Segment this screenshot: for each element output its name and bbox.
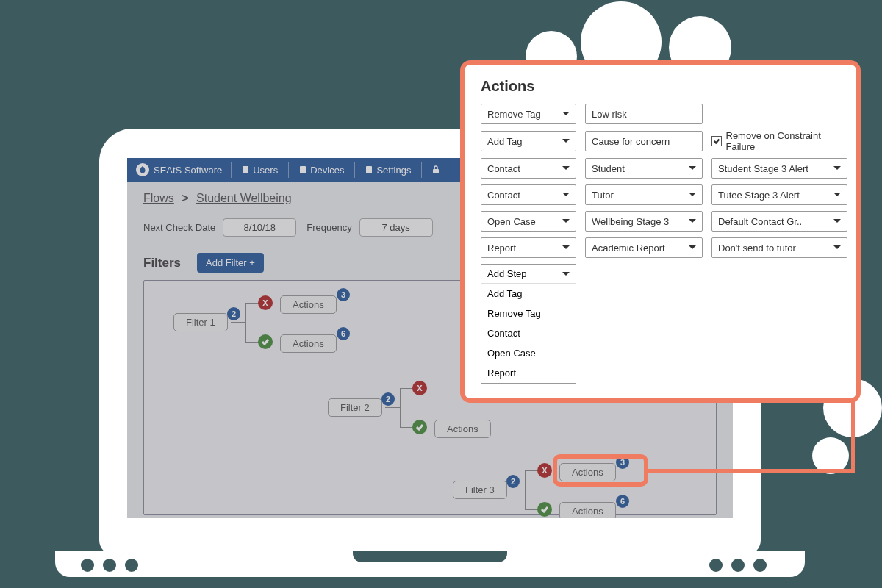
add-step-select[interactable]: Add Step — [481, 265, 576, 284]
actions-node[interactable]: Actions — [280, 295, 337, 314]
callout-connector — [648, 469, 854, 473]
remove-on-failure-checkbox[interactable]: Remove on Constraint Failure — [711, 130, 847, 152]
svg-rect-3 — [433, 169, 439, 173]
actions-popover: Actions Remove Tag Low risk Add Tag Caus… — [460, 60, 861, 403]
action-target-select[interactable]: Academic Report — [585, 237, 703, 258]
devices-icon — [299, 165, 306, 174]
breadcrumb-sep: > — [182, 192, 188, 204]
filter-3-node[interactable]: Filter 3 — [453, 481, 507, 499]
pass-icon — [412, 420, 427, 434]
filter-2-node[interactable]: Filter 2 — [328, 398, 382, 417]
action-target-select[interactable]: Wellbeing Stage 3 — [585, 211, 703, 232]
laptop-notch — [353, 551, 507, 562]
action-type-select[interactable]: Contact — [481, 158, 576, 179]
menu-item-open-case[interactable]: Open Case — [481, 343, 576, 363]
actions-node-highlighted[interactable]: Actions — [559, 463, 616, 481]
callout-connector — [851, 392, 855, 473]
nav-devices-label: Devices — [310, 165, 344, 176]
count-badge: 3 — [616, 456, 629, 469]
next-check-label: Next Check Date — [143, 222, 215, 233]
checkbox-label: Remove on Constraint Failure — [726, 130, 848, 152]
action-value-input[interactable]: Cause for concern — [585, 131, 703, 151]
menu-item-contact[interactable]: Contact — [481, 323, 576, 343]
brand-icon — [136, 163, 149, 176]
frequency-input[interactable] — [359, 218, 433, 237]
action-type-select[interactable]: Open Case — [481, 211, 576, 232]
svg-rect-2 — [366, 166, 372, 173]
brand-label: SEAtS Software — [154, 165, 222, 176]
fail-icon: X — [412, 381, 427, 395]
count-badge: 2 — [381, 392, 395, 406]
settings-icon — [365, 165, 373, 174]
users-icon — [242, 165, 249, 174]
fail-icon: X — [537, 463, 552, 478]
action-type-select[interactable]: Contact — [481, 184, 576, 205]
svg-rect-1 — [300, 166, 306, 173]
add-filter-button[interactable]: Add Filter + — [197, 253, 264, 273]
add-step-menu: Add Step Add Tag Remove Tag Contact Open… — [481, 264, 576, 384]
count-badge: 3 — [337, 288, 350, 301]
action-option-select[interactable]: Don't send to tutor — [711, 237, 847, 258]
action-value-input[interactable]: Low risk — [585, 104, 703, 124]
checkbox-icon — [711, 136, 722, 146]
count-badge: 2 — [506, 475, 520, 488]
nav-lock[interactable] — [422, 165, 450, 174]
actions-node[interactable]: Actions — [434, 420, 491, 438]
action-type-select[interactable]: Add Tag — [481, 131, 576, 151]
laptop-feet — [81, 559, 138, 572]
nav-users-label: Users — [253, 165, 278, 176]
pass-icon — [537, 502, 552, 517]
svg-rect-0 — [243, 166, 248, 173]
count-badge: 6 — [616, 495, 629, 508]
pass-icon — [258, 334, 273, 349]
action-target-select[interactable]: Student — [585, 158, 703, 179]
nav-devices[interactable]: Devices — [289, 165, 354, 176]
action-option-select[interactable]: Default Contact Gr.. — [711, 211, 847, 232]
popover-title: Actions — [481, 78, 840, 95]
count-badge: 6 — [337, 327, 350, 340]
menu-item-report[interactable]: Report — [481, 363, 576, 383]
menu-item-add-tag[interactable]: Add Tag — [481, 284, 576, 304]
breadcrumb-current[interactable]: Student Wellbeing — [196, 192, 292, 204]
frequency-label: Frequency — [306, 222, 351, 233]
laptop-feet — [709, 559, 767, 572]
nav-settings[interactable]: Settings — [355, 165, 421, 176]
nav-users[interactable]: Users — [232, 165, 288, 176]
breadcrumb-root[interactable]: Flows — [143, 192, 174, 204]
actions-node[interactable]: Actions — [559, 502, 616, 518]
brand: SEAtS Software — [127, 163, 231, 176]
filters-heading: Filters — [143, 256, 181, 270]
action-option-select[interactable]: Student Stage 3 Alert — [711, 158, 847, 179]
filter-1-node[interactable]: Filter 1 — [173, 313, 228, 331]
menu-item-remove-tag[interactable]: Remove Tag — [481, 304, 576, 323]
action-type-select[interactable]: Report — [481, 237, 576, 258]
action-target-select[interactable]: Tutor — [585, 184, 703, 205]
count-badge: 2 — [227, 307, 240, 320]
nav-settings-label: Settings — [376, 165, 411, 176]
actions-node[interactable]: Actions — [280, 334, 337, 353]
next-check-input[interactable] — [223, 218, 296, 237]
fail-icon: X — [258, 295, 273, 310]
action-type-select[interactable]: Remove Tag — [481, 104, 576, 124]
action-option-select[interactable]: Tutee Stage 3 Alert — [711, 184, 847, 205]
actions-grid: Remove Tag Low risk Add Tag Cause for co… — [481, 104, 840, 258]
lock-icon — [432, 165, 440, 174]
